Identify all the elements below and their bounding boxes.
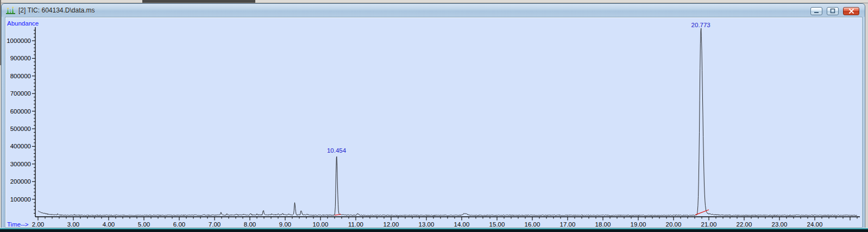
x-tick-label: 5.00 bbox=[138, 221, 150, 228]
title-bar[interactable]: [2] TIC: 604134.D\data.ms bbox=[2, 4, 865, 17]
y-tick-label: 100000 bbox=[10, 196, 31, 203]
x-tick-label: 20.00 bbox=[666, 221, 682, 228]
x-tick-label: 18.00 bbox=[595, 221, 611, 228]
x-tick-label: 15.00 bbox=[489, 221, 505, 228]
x-tick-label: 2.00 bbox=[32, 221, 44, 228]
tic-trace bbox=[38, 28, 857, 216]
y-tick-label: 900000 bbox=[10, 55, 31, 61]
x-tick-label: 10.00 bbox=[313, 221, 329, 228]
x-tick-label: 23.00 bbox=[772, 221, 788, 228]
x-axis-title: Time--> bbox=[7, 221, 29, 228]
x-tick-label: 11.00 bbox=[348, 221, 363, 228]
x-tick-label: 6.00 bbox=[173, 221, 185, 228]
y-tick-label: 600000 bbox=[10, 108, 31, 115]
y-tick-label: 800000 bbox=[10, 73, 31, 79]
peak-label: 10.454 bbox=[327, 147, 347, 154]
background-window-edge bbox=[142, 0, 255, 3]
x-tick-label: 9.00 bbox=[279, 221, 291, 228]
chromatogram-panel[interactable]: 2.003.004.005.006.007.008.009.0010.0011.… bbox=[5, 17, 863, 228]
y-tick-label: 200000 bbox=[10, 178, 31, 185]
y-tick-label: 300000 bbox=[10, 161, 31, 167]
y-tick-label: 700000 bbox=[10, 90, 31, 97]
chromatogram-icon bbox=[6, 7, 15, 15]
tic-plot: 2.003.004.005.006.007.008.009.0010.0011.… bbox=[6, 18, 863, 228]
x-tick-label: 21.00 bbox=[701, 221, 717, 228]
x-tick-label: 19.00 bbox=[631, 221, 646, 228]
y-tick-label: 400000 bbox=[10, 143, 31, 149]
y-axis-title: Abundance bbox=[7, 20, 39, 27]
x-tick-label: 8.00 bbox=[244, 221, 256, 228]
peak-label: 20.773 bbox=[691, 22, 710, 28]
app-background-strip bbox=[0, 228, 868, 232]
integration-baseline bbox=[335, 215, 341, 216]
x-tick-label: 16.00 bbox=[525, 221, 540, 228]
x-tick-label: 7.00 bbox=[209, 221, 221, 228]
maximize-button[interactable] bbox=[827, 7, 839, 15]
x-tick-label: 22.00 bbox=[737, 221, 752, 228]
window-title: [2] TIC: 604134.D\data.ms bbox=[18, 7, 95, 14]
x-tick-label: 14.00 bbox=[454, 221, 470, 228]
chromatogram-window: [2] TIC: 604134.D\data.ms 2.003.004.005.… bbox=[1, 3, 865, 229]
y-tick-label: 1000000 bbox=[7, 37, 31, 44]
x-tick-label: 24.00 bbox=[807, 221, 823, 228]
x-tick-label: 3.00 bbox=[67, 221, 79, 228]
close-button[interactable] bbox=[843, 7, 859, 15]
x-tick-label: 17.00 bbox=[560, 221, 576, 228]
minimize-button[interactable] bbox=[810, 7, 822, 15]
x-tick-label: 12.00 bbox=[383, 221, 399, 228]
window-controls bbox=[810, 7, 859, 15]
y-tick-label: 500000 bbox=[10, 126, 31, 132]
x-tick-label: 13.00 bbox=[419, 221, 435, 228]
x-tick-label: 4.00 bbox=[103, 221, 115, 228]
